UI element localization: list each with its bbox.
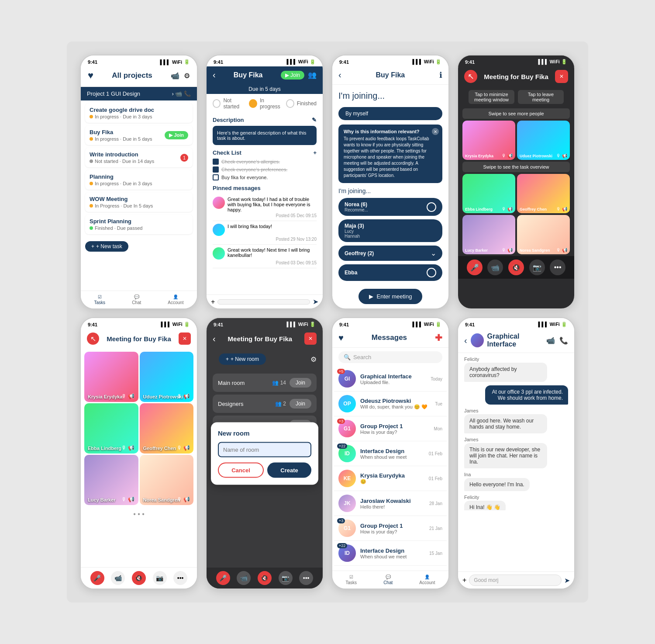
header-icons: 📹 ⚙ bbox=[171, 72, 190, 80]
filter-icon[interactable]: ⚙ bbox=[184, 72, 190, 80]
join-btn-p2[interactable]: ▶ Join bbox=[281, 71, 304, 80]
new-room-button[interactable]: + + New room bbox=[219, 353, 266, 365]
nav-chat[interactable]: 💬 Chat bbox=[132, 294, 141, 305]
edit-icon[interactable]: ✎ bbox=[312, 117, 317, 123]
checkbox[interactable] bbox=[213, 166, 219, 173]
camera-btn-p5[interactable]: 📷 bbox=[153, 571, 167, 585]
task-item[interactable]: Create google drive doc In progress · Du… bbox=[85, 103, 193, 123]
more-btn[interactable]: ••• bbox=[550, 260, 565, 275]
phone-icon-p8[interactable]: 📞 bbox=[559, 336, 568, 345]
participant-tile-lucy: Lucy Barker 🎙 📢 bbox=[462, 215, 515, 254]
create-room-btn[interactable]: Create bbox=[267, 462, 311, 478]
tap-minimize-label: Tap to minimize meeting window bbox=[469, 90, 514, 104]
nav-account[interactable]: 👤 Account bbox=[168, 294, 183, 305]
status-bar-p4: 9:41 ▌▌▌ WiFi 🔋 bbox=[458, 55, 574, 66]
cancel-room-btn[interactable]: Cancel bbox=[218, 462, 264, 478]
more-btn-p5[interactable]: ••• bbox=[173, 571, 187, 585]
chat-input-p8[interactable]: Good morj bbox=[469, 575, 562, 586]
speaker-btn-p6[interactable]: 🔇 bbox=[258, 571, 272, 585]
avatar-id: ID +22 bbox=[338, 445, 356, 462]
checkbox[interactable] bbox=[213, 174, 219, 180]
leave-icon-p5[interactable]: ✕ bbox=[179, 332, 191, 345]
back-icon-p6[interactable]: ‹ bbox=[213, 334, 216, 344]
status-bar-p1: 9:41 ▌▌▌ WiFi 🔋 bbox=[81, 55, 197, 66]
back-icon-p3[interactable]: ‹ bbox=[338, 70, 341, 80]
info-icon[interactable]: ℹ bbox=[439, 70, 442, 80]
camera-btn[interactable]: 📷 bbox=[529, 260, 545, 275]
new-task-button[interactable]: + + New task bbox=[85, 241, 128, 252]
room-join-designers[interactable]: Join bbox=[290, 399, 311, 409]
p3-header: ‹ Buy Fika ℹ bbox=[332, 66, 448, 85]
video-icon-p8[interactable]: 📹 bbox=[546, 336, 555, 345]
participant-tile-uduez: Uduez Piotrowski 🎙 📢 bbox=[517, 121, 570, 160]
person-option-maja[interactable]: Maja (3) LucyHannah bbox=[338, 219, 442, 242]
by-myself-btn[interactable]: By myself bbox=[338, 107, 442, 120]
nav-tasks[interactable]: ☑ Tasks bbox=[94, 294, 106, 305]
checklist-item-1[interactable]: Check everyone's allergies. bbox=[213, 159, 317, 165]
chat-msg-5: Ina Hello everyone! I'm Ina. bbox=[464, 472, 568, 491]
tasks-icon: ☑ bbox=[98, 294, 102, 299]
avatar bbox=[213, 224, 225, 236]
checkbox[interactable] bbox=[213, 159, 219, 165]
task-item-write[interactable]: Write introduction Not started · Due in … bbox=[85, 148, 193, 167]
join-button[interactable]: ▶ Join bbox=[165, 131, 188, 139]
nav-account-p7[interactable]: 👤 Account bbox=[419, 575, 435, 585]
task-item-planning[interactable]: Planning In progress · Due in 3 days bbox=[85, 170, 193, 190]
speaker-btn-p5[interactable]: 🔇 bbox=[132, 571, 146, 585]
msg-item-id[interactable]: ID +22 Interface Design When shoud we me… bbox=[334, 441, 447, 466]
back-icon-p8[interactable]: ‹ bbox=[464, 336, 467, 346]
room-designers[interactable]: Designers 👥 2 Join bbox=[213, 395, 317, 413]
video-btn[interactable]: 📹 bbox=[487, 260, 503, 275]
checklist-item-2[interactable]: Check everyone's preferences. bbox=[213, 166, 317, 173]
nav-chat-p7[interactable]: 💬 Chat bbox=[383, 575, 393, 585]
back-icon[interactable]: ‹ bbox=[213, 70, 216, 80]
msg-item-gi[interactable]: GI +5 Graphical Interface Uploaded file.… bbox=[334, 367, 447, 391]
send-icon-p8[interactable]: ➤ bbox=[564, 576, 570, 585]
tile-norea-p5: Norea Sandgren 🎙 📢 bbox=[140, 455, 194, 505]
minimize-icon-p5[interactable]: ↖ bbox=[87, 332, 99, 345]
close-icon[interactable]: ✕ bbox=[432, 128, 439, 135]
checklist-item-3[interactable]: Buy fika for everyone. bbox=[213, 174, 317, 180]
add-icon-p8[interactable]: + bbox=[462, 576, 466, 584]
more-btn-p6[interactable]: ••• bbox=[299, 571, 313, 585]
video-btn-p5[interactable]: 📹 bbox=[111, 571, 125, 585]
add-icon[interactable]: + bbox=[313, 149, 317, 156]
leave-icon-p6[interactable]: ✕ bbox=[304, 332, 317, 345]
msg-item-jk[interactable]: JK Jaroslaw Kowalski Hello there! 28 Jan bbox=[334, 491, 447, 516]
msg-item-gp2[interactable]: G1 +3 Group Project 1 How is your day? 2… bbox=[334, 516, 447, 541]
speaker-btn[interactable]: 🔇 bbox=[508, 260, 524, 275]
camera-btn-p6[interactable]: 📷 bbox=[279, 571, 293, 585]
person-option-geoffrey[interactable]: Geoffrey (2) ⌄ bbox=[338, 246, 442, 261]
msg-item-op[interactable]: OP Odeusz Piotrowski Will do, super, tha… bbox=[334, 391, 447, 416]
msg-item-id2[interactable]: ID +22 Interface Design When shoud we me… bbox=[334, 541, 447, 566]
task-item-buy-fika[interactable]: Buy Fika In progress · Due in 5 days ▶ J… bbox=[85, 125, 193, 145]
msg-item-gp1[interactable]: G1 +3 Group Project 1 How is your day? M… bbox=[334, 416, 447, 441]
room-join-main[interactable]: Join bbox=[290, 378, 311, 388]
mute-btn-p5[interactable]: 🎤 bbox=[90, 571, 104, 585]
message-input[interactable] bbox=[217, 299, 310, 305]
video-btn-p6[interactable]: 📹 bbox=[237, 571, 251, 585]
task-item-sprint[interactable]: Sprint Planning Finished · Due passed bbox=[85, 215, 193, 234]
mute-btn[interactable]: 🎤 bbox=[467, 260, 483, 275]
search-bar-p7[interactable]: 🔍 Search bbox=[338, 351, 442, 363]
chat-icon-p7: 💬 bbox=[386, 575, 391, 579]
msg-item-ke[interactable]: KE Krysia Eurydyka 😊 01 Feb bbox=[334, 466, 447, 491]
filter-button-p6[interactable]: ⚙ bbox=[310, 355, 317, 364]
add-icon[interactable]: + bbox=[211, 298, 215, 306]
chat-icon: 💬 bbox=[134, 294, 139, 299]
video-icon[interactable]: 📹 bbox=[171, 72, 179, 80]
compose-icon[interactable]: ✚ bbox=[435, 332, 442, 343]
room-main[interactable]: Main room 👥 14 Join bbox=[213, 374, 317, 392]
enter-meeting-btn[interactable]: ▶ Enter meeting bbox=[359, 289, 423, 304]
leave-icon[interactable]: ✕ bbox=[555, 70, 568, 83]
nav-tasks-p7[interactable]: ☑ Tasks bbox=[346, 575, 357, 585]
send-icon[interactable]: ➤ bbox=[313, 298, 318, 306]
participant-tile-ebba: Ebba Lindberg 🎙 📢 bbox=[462, 174, 515, 213]
room-name-input[interactable] bbox=[218, 442, 311, 457]
person-option-norea[interactable]: Norea (6) Recomme... bbox=[338, 198, 442, 216]
minimize-icon[interactable]: ↖ bbox=[464, 70, 477, 83]
person-option-ebba[interactable]: Ebba bbox=[338, 264, 442, 281]
task-item-wow[interactable]: WOW Meeting In Progress · Due In 5 days bbox=[85, 192, 193, 212]
p6-title: Meeting for Buy Fika bbox=[228, 335, 293, 343]
mute-btn-p6[interactable]: 🎤 bbox=[216, 571, 230, 585]
